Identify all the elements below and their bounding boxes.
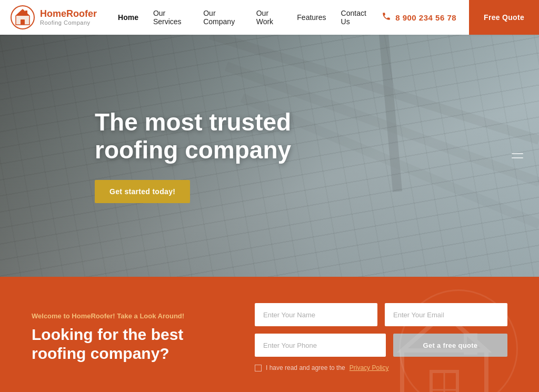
name-input[interactable] xyxy=(255,303,377,326)
house-watermark-icon xyxy=(392,308,497,392)
logo-name: HomeRoofer xyxy=(40,9,97,19)
logo-subtitle: Roofing Company xyxy=(40,19,97,26)
phone-number: 8 900 234 56 78 xyxy=(395,13,456,22)
svg-rect-3 xyxy=(21,19,25,25)
phone-area: 8 900 234 56 78 xyxy=(382,12,456,24)
hero-section: The most trusted roofing company Get sta… xyxy=(0,35,539,277)
phone-icon xyxy=(382,12,391,24)
nav-contact[interactable]: Contact Us xyxy=(341,9,372,26)
nav-features[interactable]: Features xyxy=(297,13,326,22)
header: HomeRoofer Roofing Company Home Our Serv… xyxy=(0,0,539,35)
privacy-policy-link[interactable]: Privacy Policy xyxy=(350,364,389,371)
hero-indicator xyxy=(512,153,523,158)
cta-heading: Looking for the best roofing company? xyxy=(32,325,189,363)
nav-company[interactable]: Our Company xyxy=(203,9,241,26)
hero-line-1 xyxy=(512,153,523,154)
nav-services[interactable]: Our Services xyxy=(153,9,188,26)
nav-work[interactable]: Our Work xyxy=(256,9,283,26)
logo-icon xyxy=(11,5,35,29)
hero-line-2 xyxy=(512,157,523,158)
cta-section: Welcome to HomeRoofer! Take a Look Aroun… xyxy=(0,277,539,392)
svg-marker-10 xyxy=(402,314,486,350)
privacy-checkbox[interactable] xyxy=(255,365,262,371)
svg-rect-4 xyxy=(25,11,27,15)
cta-welcome: Welcome to HomeRoofer! Take a Look Aroun… xyxy=(32,312,213,320)
hero-title: The most trusted roofing company xyxy=(95,108,295,164)
free-quote-button[interactable]: Free Quote xyxy=(469,0,539,35)
hero-content: The most trusted roofing company Get sta… xyxy=(95,108,295,203)
checkbox-label: I have read and agree to the xyxy=(266,364,345,371)
cta-left: Welcome to HomeRoofer! Take a Look Aroun… xyxy=(32,312,213,363)
logo-area: HomeRoofer Roofing Company xyxy=(11,5,97,29)
nav-home[interactable]: Home xyxy=(118,13,138,22)
phone-input[interactable] xyxy=(255,334,386,357)
main-nav: Home Our Services Our Company Our Work F… xyxy=(118,9,371,26)
hero-cta-button[interactable]: Get started today! xyxy=(95,180,190,203)
